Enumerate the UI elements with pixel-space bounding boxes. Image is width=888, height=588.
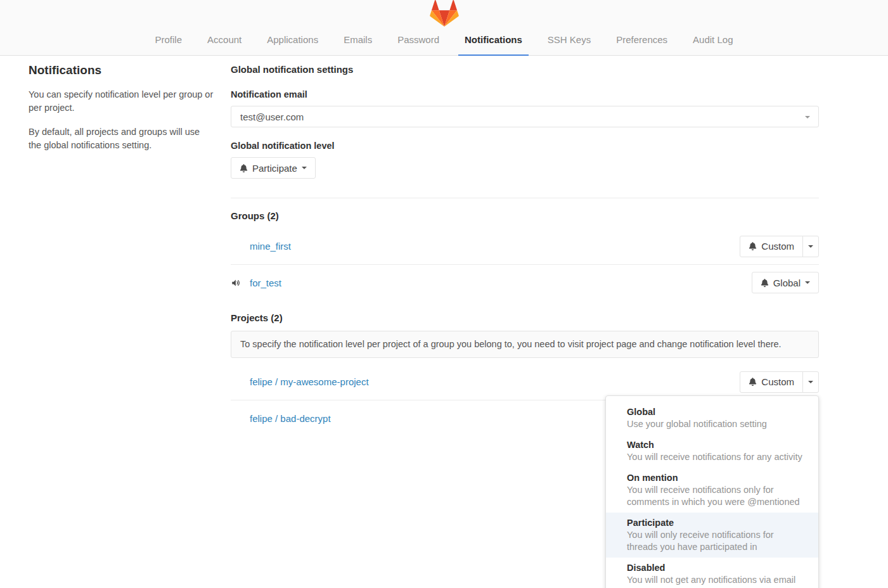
dropdown-item-watch[interactable]: Watch You will receive notifications for… <box>606 435 818 468</box>
sidebar-paragraph: You can specify notification level per g… <box>29 88 214 115</box>
sidebar-description: Notifications You can specify notificati… <box>29 56 214 436</box>
section-divider <box>231 198 819 198</box>
project-link-bad-decrypt[interactable]: felipe / bad-decrypt <box>250 413 331 424</box>
group-row-for-test: for_test Global <box>231 264 819 300</box>
dropdown-item-description: You will receive notifications only for … <box>627 484 806 508</box>
project-my-awesome-project-level-control: Custom <box>740 371 819 393</box>
caret-down-icon <box>808 381 813 383</box>
project-row-my-awesome-project: felipe / my-awesome-project Custom <box>231 364 819 400</box>
tab-notifications[interactable]: Notifications <box>458 27 529 56</box>
page-title: Notifications <box>29 63 214 77</box>
notification-level-dropdown: Global Use your global notification sett… <box>605 395 819 588</box>
dropdown-item-title: On mention <box>627 472 806 484</box>
chevron-down-icon <box>805 116 810 118</box>
global-notification-level-value: Participate <box>252 163 297 173</box>
group-row-mine-first: mine_first Custom <box>231 228 819 264</box>
group-mine-first-level-value: Custom <box>761 241 794 251</box>
notification-settings-main: Global notification settings Notificatio… <box>231 56 819 436</box>
projects-heading: Projects (2) <box>231 312 819 324</box>
group-link-for-test[interactable]: for_test <box>250 278 281 288</box>
caret-down-icon <box>805 281 810 284</box>
bell-icon <box>240 164 248 172</box>
notification-email-value: test@user.com <box>240 112 304 122</box>
dropdown-item-title: Participate <box>627 517 806 529</box>
global-notification-level-label: Global notification level <box>231 140 819 152</box>
project-my-awesome-project-level-value: Custom <box>761 377 794 387</box>
group-for-test-level-button[interactable]: Global <box>752 272 819 293</box>
bell-icon <box>749 378 757 386</box>
tab-account[interactable]: Account <box>201 27 248 56</box>
tab-password[interactable]: Password <box>391 27 446 56</box>
groups-list: mine_first Custom <box>231 228 819 300</box>
group-mine-first-level-caret-button[interactable] <box>802 236 819 257</box>
tab-emails[interactable]: Emails <box>337 27 378 56</box>
dropdown-item-description: Use your global notification setting <box>627 418 806 430</box>
groups-heading: Groups (2) <box>231 210 819 222</box>
gitlab-tanuki-logo-icon <box>430 0 459 27</box>
project-my-awesome-project-level-caret-button[interactable] <box>802 371 819 393</box>
dropdown-item-title: Global <box>627 406 806 418</box>
global-settings-heading: Global notification settings <box>231 63 819 76</box>
project-link-my-awesome-project[interactable]: felipe / my-awesome-project <box>250 376 369 387</box>
projects-notice: To specify the notification level per pr… <box>231 331 819 358</box>
group-mine-first-level-control: Custom <box>740 236 819 257</box>
tab-audit-log[interactable]: Audit Log <box>686 27 739 56</box>
group-mine-first-level-button[interactable]: Custom <box>740 236 803 257</box>
global-notification-level-button[interactable]: Participate <box>231 157 316 179</box>
tab-ssh-keys[interactable]: SSH Keys <box>541 27 597 56</box>
group-link-mine-first[interactable]: mine_first <box>250 241 291 252</box>
notification-email-label: Notification email <box>231 89 819 101</box>
dropdown-item-disabled[interactable]: Disabled You will not get any notificati… <box>606 558 818 588</box>
dropdown-item-global[interactable]: Global Use your global notification sett… <box>606 402 818 435</box>
dropdown-item-title: Disabled <box>627 562 806 574</box>
caret-down-icon <box>808 245 813 248</box>
notification-email-select[interactable]: test@user.com <box>231 106 819 127</box>
dropdown-item-participate[interactable]: Participate You will only receive notifi… <box>606 513 818 558</box>
gitlab-logo-link[interactable] <box>430 0 459 27</box>
group-for-test-level-value: Global <box>773 278 801 288</box>
caret-down-icon <box>302 167 307 169</box>
tab-applications[interactable]: Applications <box>261 27 325 56</box>
tab-profile[interactable]: Profile <box>149 27 189 56</box>
sidebar-paragraph: By default, all projects and groups will… <box>29 125 214 152</box>
bell-icon <box>761 279 769 287</box>
dropdown-item-description: You will only receive notifications for … <box>627 529 806 553</box>
dropdown-item-description: You will not get any notifications via e… <box>627 574 806 586</box>
bell-icon <box>749 242 757 250</box>
volume-up-icon <box>231 278 250 288</box>
dropdown-item-description: You will receive notifications for any a… <box>627 451 806 463</box>
project-my-awesome-project-level-button[interactable]: Custom <box>740 371 803 393</box>
projects-list: felipe / my-awesome-project Custom <box>231 364 819 436</box>
tab-preferences[interactable]: Preferences <box>610 27 674 56</box>
profile-settings-nav: Profile Account Applications Emails Pass… <box>0 27 888 56</box>
settings-header: Profile Account Applications Emails Pass… <box>0 0 888 56</box>
dropdown-item-title: Watch <box>627 439 806 451</box>
dropdown-item-on-mention[interactable]: On mention You will receive notification… <box>606 468 818 513</box>
